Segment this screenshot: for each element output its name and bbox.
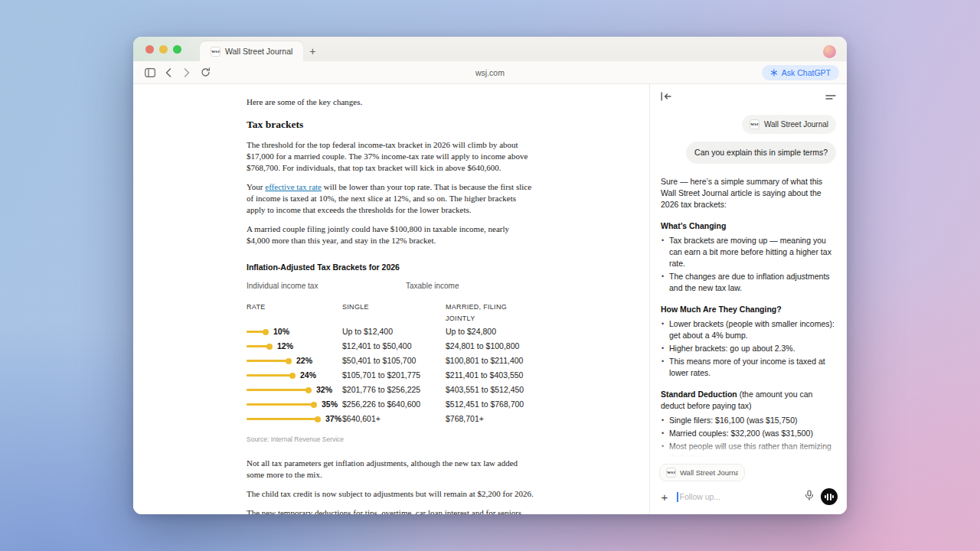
chart-title: Inflation-Adjusted Tax Brackets for 2026 [247,262,534,273]
chat-section: How Much Are They Changing? Lower bracke… [661,304,836,379]
chat-header [650,84,847,110]
paragraph-text: Your [247,182,265,191]
table-row: 24% $105,701 to $201,775 $211,401 to $40… [247,368,534,383]
attachment-chip[interactable]: WSJ Wall Street Journal [742,115,836,134]
address-bar[interactable]: wsj.com [133,68,847,77]
single-range: $256,226 to $640,600 [342,399,446,410]
attachment-title: Wall Street Journal [764,119,828,130]
table-row: 10% Up to $12,400 Up to $24,800 [247,324,534,339]
bullet-item: Most people will use this rather than it… [661,441,836,460]
bullet-item: Lower brackets (people with smaller inco… [661,318,836,341]
article-pane: Here are some of the key changes. Tax br… [133,84,649,514]
voice-mode-button[interactable] [821,488,838,505]
ask-chatgpt-label: Ask ChatGPT [782,68,831,77]
rate-label: 37% [325,413,341,425]
bullet-item: Single filers: $16,100 (was $15,750) [661,415,836,426]
article-paragraph: The new temporary deductions for tips, o… [247,507,534,514]
browser-window: WSJ Wall Street Journal + wsj.com Ask Ch… [133,37,847,514]
article-intro: Here are some of the key changes. [247,96,534,108]
table-row: 37% $640,601+ $768,701+ [247,412,534,426]
section-heading: What’s Changing [661,221,726,230]
rate-bar [247,345,270,347]
chat-messages[interactable]: WSJ Wall Street Journal Can you explain … [650,110,847,460]
single-range: $12,401 to $50,400 [342,341,446,352]
browser-toolbar: wsj.com Ask ChatGPT [133,61,847,84]
married-range: $403,551 to $512,450 [446,384,534,396]
wsj-favicon: WSJ [211,47,220,57]
minimize-button[interactable] [159,45,168,54]
chat-section: Standard Deduction (the amount you can d… [661,389,836,460]
bullet-item: Married couples: $32,200 (was $31,500) [661,428,836,439]
collapse-panel-icon[interactable] [661,90,671,104]
context-chip-title: Wall Street Journal [680,468,738,477]
ask-chatgpt-button[interactable]: Ask ChatGPT [762,65,839,80]
profile-avatar[interactable] [823,45,836,58]
table-row: 12% $12,401 to $50,400 $24,801 to $100,8… [247,339,534,354]
married-range: $768,701+ [446,413,534,425]
chat-menu-icon[interactable] [825,90,836,104]
section-heading: How Much Are They Changing? [661,305,782,314]
bullet-item: Higher brackets: go up about 2.3%. [661,343,836,354]
column-header-single: SINGLE [342,302,446,324]
chart-subtitle-left: Individual income tax [247,280,406,292]
rate-label: 10% [273,326,289,337]
window-controls [133,37,191,61]
tax-brackets-chart: Inflation-Adjusted Tax Brackets for 2026… [247,262,534,445]
effective-tax-rate-link[interactable]: effective tax rate [265,182,322,191]
married-range: Up to $24,800 [446,326,534,337]
rate-bar [247,389,309,391]
article-paragraph: The child tax credit is now subject to a… [247,488,534,500]
sidebar-toggle-icon[interactable] [141,64,159,81]
zoom-button[interactable] [173,45,181,54]
chart-source: Source: Internal Revenue Service [247,434,534,445]
chatgpt-panel: WSJ Wall Street Journal Can you explain … [649,84,847,514]
rate-label: 12% [277,341,293,352]
reload-icon[interactable] [196,64,214,81]
add-attachment-button[interactable]: + [659,491,670,503]
rate-label: 24% [300,370,316,381]
article-paragraph: Your effective tax rate will be lower th… [247,181,534,216]
rate-bar [247,374,293,377]
article-paragraph: Not all tax parameters get inflation adj… [247,458,534,481]
wsj-favicon: WSJ [750,119,760,129]
married-range: $512,451 to $768,700 [446,399,534,410]
single-range: $105,701 to $201,775 [342,370,446,381]
composer-context-chip[interactable]: WSJ Wall Street Journal [659,464,745,481]
rate-bar [247,331,266,333]
title-bar: WSJ Wall Street Journal + [133,37,847,61]
article-paragraph: The threshold for the top federal income… [247,139,534,174]
married-range: $24,801 to $100,800 [446,341,534,352]
article-paragraph: A married couple filing jointly could ha… [247,223,534,246]
rate-bar [247,418,318,420]
chart-subtitle-right: Taxable income [406,280,459,292]
chatgpt-logo-icon [770,69,778,77]
married-range: $211,401 to $403,550 [446,370,534,381]
forward-icon[interactable] [178,64,196,81]
table-row: 35% $256,226 to $640,600 $512,451 to $76… [247,397,534,412]
microphone-icon[interactable] [805,490,814,504]
new-tab-button[interactable]: + [303,41,322,61]
section-heading: Standard Deduction [661,390,737,399]
tab-wall-street-journal[interactable]: WSJ Wall Street Journal [200,41,303,61]
back-icon[interactable] [159,64,178,81]
table-row: 22% $50,401 to $105,700 $100,801 to $211… [247,354,534,368]
single-range: $640,601+ [342,413,446,425]
assistant-message: Sure — here’s a simple summary of what t… [661,176,836,460]
assistant-intro: Sure — here’s a simple summary of what t… [661,176,836,210]
close-button[interactable] [145,45,154,54]
rate-label: 22% [296,355,312,367]
married-range: $100,801 to $211,400 [446,355,534,367]
rate-bar [247,360,289,362]
rate-bar [247,403,315,406]
single-range: Up to $12,400 [342,326,446,337]
follow-up-input[interactable] [680,492,799,501]
column-header-rate: RATE [247,302,342,324]
bullet-item: This means more of your income is taxed … [661,356,836,379]
wsj-favicon: WSJ [666,468,676,478]
chat-section: What’s Changing Tax brackets are moving … [661,220,836,294]
single-range: $201,776 to $256,225 [342,384,446,396]
user-message: Can you explain this in simple terms? [686,142,836,164]
bullet-item: The changes are due to inflation adjustm… [661,271,836,294]
rate-label: 32% [316,384,332,396]
column-header-married: MARRIED, FILING JOINTLY [446,302,534,324]
